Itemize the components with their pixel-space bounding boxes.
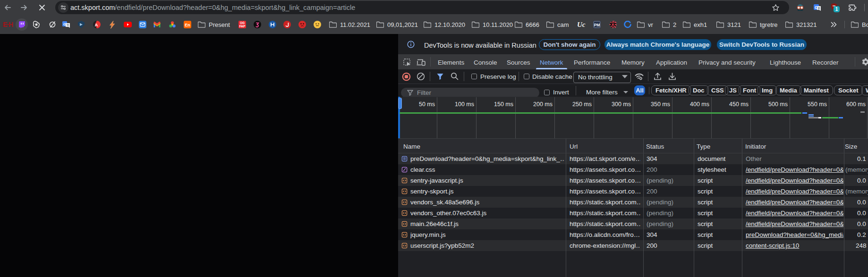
svg-text:FAP: FAP — [239, 25, 246, 28]
svg-text:1: 1 — [835, 7, 838, 12]
svg-text:En: En — [185, 23, 190, 27]
svg-text:PM: PM — [594, 23, 600, 27]
svg-text:A: A — [95, 22, 98, 27]
